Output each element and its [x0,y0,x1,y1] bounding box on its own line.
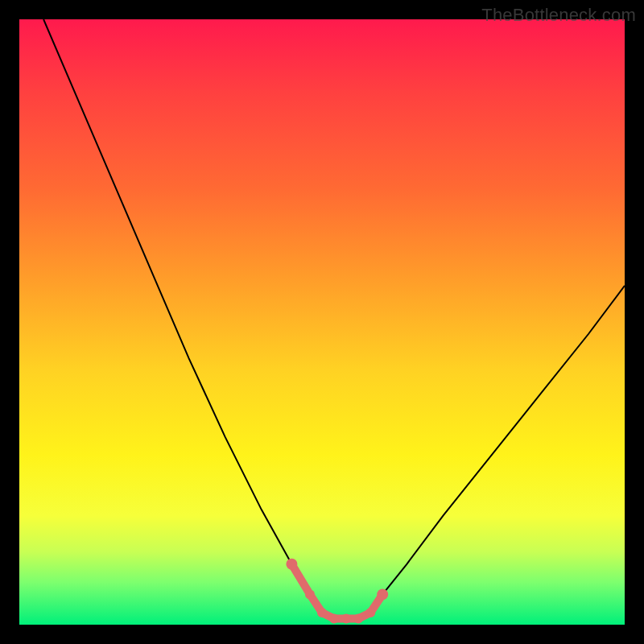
plot-area [19,19,625,625]
optimal-range-marker [286,559,388,624]
optimal-range-dot [377,588,388,600]
optimal-range-dot [365,608,375,617]
optimal-range-dot [329,614,339,624]
chart-frame: TheBottleneck.com [0,0,644,644]
curve-svg [19,19,625,625]
optimal-range-dot [286,559,297,570]
watermark-text: TheBottleneck.com [481,5,636,26]
optimal-range-dot [341,614,351,624]
bottleneck-curve-line [43,19,625,619]
optimal-range-dot [353,614,363,624]
optimal-range-dot [305,589,315,599]
optimal-range-dot [317,608,327,617]
